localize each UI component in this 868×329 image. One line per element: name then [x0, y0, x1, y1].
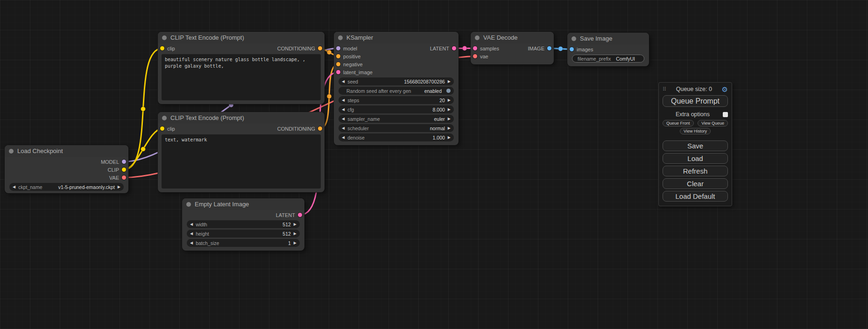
port-dot-image-output[interactable]	[547, 46, 551, 50]
node-save-image[interactable]: Save Image images filename_prefix ComfyU…	[567, 33, 649, 66]
port-dot-conditioning-output[interactable]	[318, 46, 322, 50]
increment-arrow-icon[interactable]: ▶	[448, 108, 451, 112]
widget-height[interactable]: ◀ height 512 ▶	[187, 230, 300, 238]
node-load-checkpoint[interactable]: Load Checkpoint MODEL CLIP VAE ◀ ckpt_na…	[5, 145, 128, 193]
port-dot-negative-input[interactable]	[336, 62, 340, 66]
input-slot-clip: clip	[160, 46, 175, 51]
node-header[interactable]: VAE Decode	[471, 32, 554, 43]
decrement-arrow-icon[interactable]: ◀	[342, 117, 345, 121]
collapse-dot[interactable]	[475, 35, 480, 40]
node-header[interactable]: KSampler	[334, 32, 459, 43]
port-dot-conditioning-output[interactable]	[318, 126, 322, 131]
port-dot-model-output[interactable]	[122, 160, 126, 164]
port-dot-images-input[interactable]	[570, 47, 574, 51]
output-slot-conditioning: CONDITIONING	[277, 46, 322, 51]
decrement-arrow-icon[interactable]: ◀	[342, 126, 345, 130]
widget-batch-size[interactable]: ◀ batch_size 1 ▶	[187, 239, 300, 247]
widget-name: scheduler	[347, 126, 369, 131]
decrement-arrow-icon[interactable]: ◀	[13, 185, 15, 189]
node-header[interactable]: Save Image	[567, 33, 649, 44]
drag-handle-icon[interactable]: ⠿	[663, 86, 666, 92]
widget-steps[interactable]: ◀ steps 20 ▶	[339, 96, 454, 104]
output-slot-latent: LATENT	[182, 211, 304, 219]
port-dot-samples-input[interactable]	[473, 46, 477, 50]
increment-arrow-icon[interactable]: ▶	[118, 185, 120, 189]
node-vae-decode[interactable]: VAE Decode samples IMAGE vae	[471, 32, 554, 64]
widget-ckpt-name[interactable]: ◀ ckpt_name v1-5-pruned-emaonly.ckpt ▶	[9, 183, 124, 191]
comfyui-canvas[interactable]: { "ui": { "arrow_left": "◀", "arrow_righ…	[0, 0, 868, 329]
collapse-dot[interactable]	[338, 35, 343, 40]
input-slot-negative: negative	[334, 60, 459, 68]
load-default-button[interactable]: Load Default	[663, 191, 728, 202]
increment-arrow-icon[interactable]: ▶	[448, 126, 451, 130]
increment-arrow-icon[interactable]: ▶	[448, 98, 451, 102]
node-clip-text-encode-positive[interactable]: CLIP Text Encode (Prompt) clip CONDITION…	[158, 32, 325, 104]
prompt-textarea[interactable]: beautiful scenery nature glass bottle la…	[162, 54, 321, 100]
save-button[interactable]: Save	[663, 140, 728, 151]
queue-panel-header: ⠿ Queue size: 0 ⚙	[663, 85, 728, 93]
increment-arrow-icon[interactable]: ▶	[294, 241, 296, 245]
decrement-arrow-icon[interactable]: ◀	[342, 80, 345, 84]
widget-name: ckpt_name	[18, 184, 42, 190]
queue-prompt-button[interactable]: Queue Prompt	[663, 95, 728, 107]
slot-label: samples	[480, 46, 499, 51]
output-slot-vae: VAE	[5, 174, 128, 182]
decrement-arrow-icon[interactable]: ◀	[190, 232, 193, 236]
clear-button[interactable]: Clear	[663, 178, 728, 189]
node-header[interactable]: CLIP Text Encode (Prompt)	[158, 32, 325, 43]
view-queue-button[interactable]: View Queue	[698, 120, 728, 126]
slot-label: clip	[167, 126, 175, 132]
port-dot-positive-input[interactable]	[336, 54, 340, 58]
increment-arrow-icon[interactable]: ▶	[448, 136, 451, 140]
node-clip-text-encode-negative[interactable]: CLIP Text Encode (Prompt) clip CONDITION…	[158, 112, 325, 192]
node-header[interactable]: CLIP Text Encode (Prompt)	[158, 112, 325, 124]
decrement-arrow-icon[interactable]: ◀	[342, 136, 345, 140]
collapse-dot[interactable]	[186, 202, 191, 207]
decrement-arrow-icon[interactable]: ◀	[342, 108, 345, 112]
slot-label: MODEL	[101, 159, 119, 165]
decrement-arrow-icon[interactable]: ◀	[190, 241, 193, 245]
node-empty-latent-image[interactable]: Empty Latent Image LATENT ◀ width 512 ▶ …	[182, 198, 304, 251]
widget-scheduler[interactable]: ◀ scheduler normal ▶	[339, 124, 454, 132]
widget-cfg[interactable]: ◀ cfg 8.000 ▶	[339, 105, 454, 113]
increment-arrow-icon[interactable]: ▶	[294, 232, 296, 236]
node-header[interactable]: Load Checkpoint	[5, 145, 128, 157]
collapse-dot[interactable]	[572, 36, 576, 41]
widget-name: sampler_name	[347, 116, 380, 122]
port-dot-clip-output[interactable]	[122, 168, 126, 172]
port-dot-vae-input[interactable]	[473, 54, 477, 58]
node-header[interactable]: Empty Latent Image	[182, 198, 304, 210]
port-dot-clip-input[interactable]	[160, 46, 164, 50]
collapse-dot[interactable]	[9, 149, 14, 154]
port-dot-latent-input[interactable]	[336, 70, 340, 74]
widget-random-seed-toggle[interactable]: Random seed after every gen enabled	[339, 87, 454, 95]
widget-filename-prefix[interactable]: filename_prefix ComfyUI	[572, 55, 644, 63]
port-dot-clip-input[interactable]	[160, 126, 164, 131]
decrement-arrow-icon[interactable]: ◀	[190, 223, 193, 226]
node-ksampler[interactable]: KSampler model positive negative latent_…	[334, 32, 459, 145]
port-dot-latent-output[interactable]	[298, 213, 302, 217]
port-dot-latent-output[interactable]	[452, 46, 456, 50]
wire-midpoint-dot	[462, 46, 467, 51]
toggle-knob-icon[interactable]	[446, 89, 451, 93]
queue-front-button[interactable]: Queue Front	[663, 120, 694, 126]
collapse-dot[interactable]	[162, 35, 167, 40]
collapse-dot[interactable]	[162, 116, 167, 120]
widget-denoise[interactable]: ◀ denoise 1.000 ▶	[339, 133, 454, 141]
decrement-arrow-icon[interactable]: ◀	[342, 98, 345, 102]
load-button[interactable]: Load	[663, 153, 728, 164]
widget-sampler-name[interactable]: ◀ sampler_name euler ▶	[339, 115, 454, 123]
extra-options-checkbox[interactable]	[723, 112, 728, 117]
port-dot-model-input[interactable]	[336, 46, 340, 50]
widget-width[interactable]: ◀ width 512 ▶	[187, 220, 300, 228]
port-dot-vae-output[interactable]	[122, 175, 126, 180]
refresh-button[interactable]: Refresh	[663, 166, 728, 176]
increment-arrow-icon[interactable]: ▶	[294, 223, 296, 226]
settings-gear-icon[interactable]: ⚙	[722, 86, 728, 93]
increment-arrow-icon[interactable]: ▶	[448, 80, 451, 84]
increment-arrow-icon[interactable]: ▶	[448, 117, 451, 121]
prompt-textarea[interactable]: text, watermark	[162, 134, 321, 189]
view-history-button[interactable]: View History	[680, 128, 711, 134]
widget-seed[interactable]: ◀ seed 156680208700286 ▶	[339, 77, 454, 85]
widget-name: width	[196, 222, 207, 227]
